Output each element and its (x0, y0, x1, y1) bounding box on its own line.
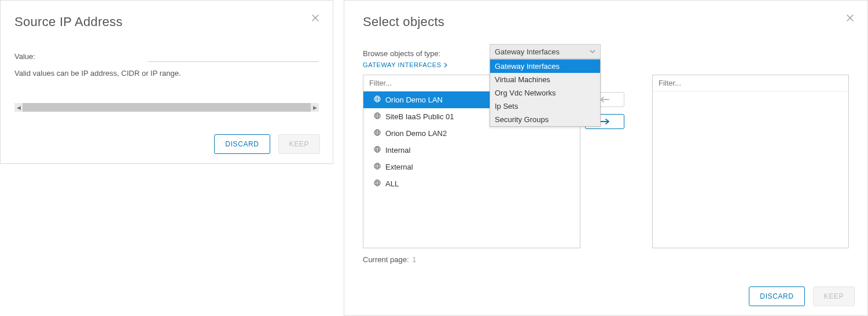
list-item[interactable]: ALL (363, 175, 580, 192)
list-item-label: ALL (385, 179, 399, 188)
browse-label: Browse objects of type: (363, 49, 854, 58)
network-icon (374, 95, 381, 104)
arrow-right-icon (599, 118, 610, 125)
dropdown-option[interactable]: Virtual Machines (490, 73, 600, 86)
dropdown-option[interactable]: Gateway Interfaces (490, 60, 600, 73)
horizontal-scrollbar[interactable]: ◀ ▶ (14, 103, 319, 112)
dropdown-list: Gateway InterfacesVirtual MachinesOrg Vd… (490, 59, 601, 127)
network-icon (374, 129, 381, 138)
network-icon (374, 146, 381, 155)
breadcrumb[interactable]: GATEWAY INTERFACES (363, 61, 447, 68)
network-icon (374, 179, 381, 188)
arrow-left-icon (599, 96, 610, 103)
current-page-number: 1 (412, 255, 416, 264)
list-item[interactable]: Internal (363, 142, 580, 159)
list-item-label: External (385, 163, 413, 171)
current-page: Current page: 1 (363, 255, 416, 264)
scroll-left-arrow-icon[interactable]: ◀ (14, 103, 23, 112)
value-label: Value: (14, 52, 148, 62)
list-item-label: SiteB IaaS Public 01 (385, 112, 454, 121)
list-item-label: Internal (385, 146, 410, 155)
value-hint: Valid values can be IP address, CIDR or … (14, 69, 319, 78)
list-item[interactable]: External (363, 159, 580, 175)
breadcrumb-label: GATEWAY INTERFACES (363, 61, 442, 68)
list-item-label: Orion Demo LAN (385, 95, 443, 104)
source-ip-panel: Source IP Address Value: Valid values ca… (0, 0, 333, 164)
close-icon[interactable] (845, 13, 855, 23)
selected-objects-listbox (652, 75, 849, 248)
keep-button: KEEP (278, 134, 320, 154)
close-icon[interactable] (311, 13, 320, 23)
panel-title: Select objects (363, 14, 854, 30)
keep-button: KEEP (813, 286, 855, 306)
dropdown-option[interactable]: Org Vdc Networks (490, 86, 600, 100)
select-objects-panel: Select objects Browse objects of type: G… (344, 0, 868, 316)
discard-button[interactable]: DISCARD (214, 134, 270, 154)
panel-title: Source IP Address (14, 14, 319, 30)
list-item[interactable]: Orion Demo LAN2 (363, 125, 580, 142)
selected-filter-input[interactable] (653, 75, 848, 91)
dropdown-option[interactable]: Security Groups (490, 113, 600, 126)
value-input[interactable] (148, 49, 319, 62)
object-type-dropdown[interactable]: Gateway Interfaces Gateway InterfacesVir… (490, 44, 601, 59)
scroll-right-arrow-icon[interactable]: ▶ (311, 103, 319, 112)
chevron-down-icon (590, 50, 595, 53)
chevron-right-icon (444, 63, 447, 68)
network-icon (374, 163, 381, 171)
network-icon (374, 112, 381, 121)
discard-button[interactable]: DISCARD (749, 286, 804, 306)
dropdown-selected: Gateway Interfaces (495, 47, 560, 56)
list-item-label: Orion Demo LAN2 (385, 129, 447, 138)
dropdown-option[interactable]: Ip Sets (490, 100, 600, 113)
current-page-label: Current page: (363, 255, 409, 264)
